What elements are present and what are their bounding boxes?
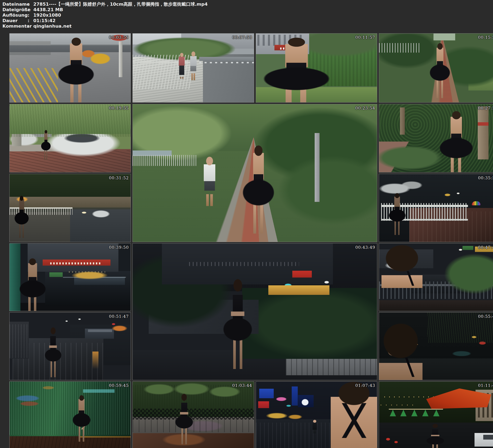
timestamp-overlay: 00:27:53 (478, 106, 493, 111)
model-face-figure (381, 245, 423, 288)
pedestrian-woman-figure (178, 53, 186, 79)
thumb-neon-signs-back-closeup: 01:07:43 (256, 381, 377, 448)
thumb-night-portrait-railing: 00:47:48 (379, 243, 493, 311)
model-figure (19, 258, 46, 311)
model-figure (58, 38, 94, 102)
model-figure (389, 193, 406, 235)
duration-value: 01:15:42 (33, 18, 493, 23)
comment-value: qinglanhua.net (33, 23, 493, 29)
child-figure (312, 420, 318, 433)
field-label: Dauer (2, 18, 28, 23)
timestamp-overlay: 00:55:46 (478, 314, 493, 319)
video-contact-sheet: Dateiname : 27851----【一绳所爱】陈婧舒户外，10cm高跟，… (0, 0, 493, 448)
field-label: Dateigröße (2, 7, 28, 12)
thumb-stone-wall-vines: 01:03:44 (133, 381, 254, 448)
thumb-red-canopy-stall: 01:11:43 (379, 381, 493, 448)
timestamp-overlay: 00:47:48 (478, 245, 493, 250)
thumb-willow-street-parked-cars: 00:19:55 (9, 104, 131, 172)
model-figure (45, 327, 62, 377)
timestamp-overlay: 00:35:51 (478, 176, 493, 180)
model-face-figure (379, 323, 423, 380)
thumb-day-sidewalk-bikes: 00:03:59 (9, 33, 131, 102)
thumb-day-pedestrians-road: 00:07:58 (133, 33, 254, 102)
timestamp-overlay: 01:11:43 (478, 383, 493, 388)
field-label: Auflösung (2, 12, 28, 18)
field-separator: : (28, 18, 33, 23)
thumb-night-street-neon-wide: 00:43:49 (133, 243, 377, 380)
field-label: Kommentar (2, 23, 28, 29)
thumb-night-popsicle-profile: 00:55:46 (379, 312, 493, 380)
timestamp-overlay: 00:59:45 (109, 383, 129, 388)
timestamp-overlay: 00:03:59 (109, 35, 129, 40)
timestamp-overlay: 00:43:49 (355, 245, 375, 250)
field-separator: : (28, 7, 33, 12)
thumb-dusk-street-railing: 00:31:52 (9, 174, 131, 242)
model-figure (430, 43, 450, 98)
pedestrian-man-figure (201, 157, 218, 206)
timestamp-overlay: 01:03:44 (232, 383, 252, 388)
model-figure (175, 394, 193, 444)
file-info-row: Dateigröße : 4438.21 MB (2, 7, 493, 12)
timestamp-overlay: 01:07:43 (355, 383, 375, 388)
thumb-night-railing-rainbow-umbrella: 00:35:51 (379, 174, 493, 242)
filename-value: 27851----【一绳所爱】陈婧舒户外，10cm高跟，扎带捆拇指，散步逛街戴口… (33, 1, 493, 7)
timestamp-overlay: 00:07:58 (232, 35, 252, 40)
resolution-value: 1920x1080 (33, 12, 493, 18)
file-info-header: Dateiname : 27851----【一绳所爱】陈婧舒户外，10cm高跟，… (0, 0, 493, 30)
field-label: Dateiname (2, 1, 28, 7)
timestamp-overlay: 00:39:50 (109, 245, 129, 250)
thumb-brick-path-walking-away: 00:15:56 (379, 33, 493, 102)
timestamp-overlay: 00:11:57 (355, 35, 375, 40)
file-info-row: Dauer : 01:15:42 (2, 18, 493, 23)
file-info-row: Kommentar : qinglanhua.net (2, 23, 493, 29)
model-figure (439, 111, 473, 173)
thumb-night-wet-sidewalk-walk: 00:51:47 (9, 312, 131, 380)
red-canopy (425, 389, 491, 409)
timestamp-overlay: 00:51:47 (109, 314, 129, 319)
timestamp-overlay: 00:31:52 (109, 176, 129, 180)
model-figure (73, 395, 90, 441)
filesize-value: 4438.21 MB (33, 7, 493, 12)
timestamp-overlay: 00:19:55 (109, 106, 129, 111)
thumb-green-hoarding-wall: 00:59:45 (9, 381, 131, 448)
rainbow-umbrella (472, 201, 480, 205)
model-figure (243, 146, 274, 234)
model-figure (41, 130, 51, 160)
thumb-night-storefront-suv: 00:39:50 (9, 243, 131, 311)
file-info-row: Auflösung : 1920x1080 (2, 12, 493, 18)
field-separator: : (28, 1, 33, 7)
pedestrian-man-figure (189, 51, 198, 80)
thumb-park-promenade-wide: 00:23:54 (133, 104, 377, 242)
model-figure (14, 196, 29, 238)
thumb-backless-dress-turf-wall: 00:11:57 (256, 33, 377, 102)
file-info-row: Dateiname : 27851----【一绳所爱】陈婧舒户外，10cm高跟，… (2, 1, 493, 7)
model-figure (426, 424, 444, 448)
model-figure (223, 279, 252, 369)
timestamp-overlay: 00:23:54 (355, 106, 375, 111)
model-back-figure (329, 381, 377, 448)
green-bunting-flags (389, 409, 443, 416)
field-separator: : (28, 12, 33, 18)
field-separator: : (28, 23, 33, 29)
thumb-conifer-path: 00:27:53 (379, 104, 493, 172)
timestamp-overlay: 00:15:56 (478, 35, 493, 40)
model-figure (263, 38, 330, 102)
